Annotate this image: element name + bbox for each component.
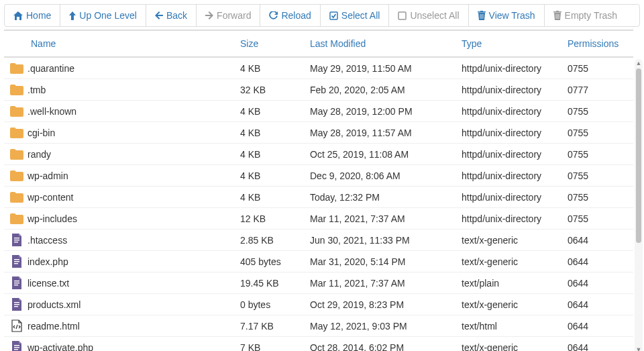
toolbar: Home Up One Level Back Forward Reload Se… [4, 4, 640, 27]
column-header-permissions[interactable]: Permissions [568, 38, 632, 49]
column-header-modified[interactable]: Last Modified [310, 38, 462, 49]
cell-size: 405 bytes [240, 256, 310, 267]
cell-name: wp-activate.php [7, 342, 240, 352]
scroll-down-arrow-icon[interactable]: ▼ [635, 346, 643, 351]
column-header-size[interactable]: Size [240, 38, 310, 49]
cell-size: 32 KB [240, 85, 310, 95]
cell-modified: Oct 29, 2019, 8:23 PM [310, 299, 462, 310]
cell-type: httpd/unix-directory [462, 149, 568, 160]
cell-name: readme.html [7, 320, 240, 332]
cell-name: .tmb [7, 84, 240, 96]
cell-modified: May 29, 2019, 11:50 AM [310, 63, 462, 74]
back-arrow-icon [155, 11, 163, 19]
table-row[interactable]: products.xml0 bytesOct 29, 2019, 8:23 PM… [4, 294, 633, 315]
cell-name: index.php [7, 256, 240, 268]
table-row[interactable]: .tmb32 KBFeb 20, 2020, 2:05 AMhttpd/unix… [4, 79, 633, 101]
cell-modified: Mar 11, 2021, 7:37 AM [310, 278, 462, 289]
file-text-icon [9, 342, 23, 352]
svg-rect-11 [14, 302, 19, 303]
svg-rect-8 [14, 281, 19, 281]
table-row[interactable]: randy4 KBOct 25, 2019, 11:08 AMhttpd/uni… [4, 144, 633, 165]
empty-trash-icon [553, 11, 561, 20]
table-header: Name Size Last Modified Type Permissions [4, 30, 633, 58]
empty-trash-label: Empty Trash [565, 10, 618, 21]
home-button[interactable]: Home [5, 5, 60, 26]
empty-trash-button[interactable]: Empty Trash [545, 5, 627, 26]
cell-name: cgi-bin [7, 127, 240, 139]
file-name-label: index.php [28, 256, 68, 267]
svg-rect-9 [14, 283, 19, 283]
cell-size: 2.85 KB [240, 235, 310, 246]
file-name-label: randy [28, 149, 51, 160]
folder-icon [9, 62, 23, 74]
cell-modified: May 28, 2019, 11:57 AM [310, 128, 462, 138]
table-row[interactable]: wp-admin4 KBDec 9, 2020, 8:06 AMhttpd/un… [4, 165, 633, 187]
folder-icon [9, 170, 23, 182]
unselect-all-button[interactable]: Unselect All [389, 5, 468, 26]
cell-type: httpd/unix-directory [462, 170, 568, 181]
cell-type: text/x-generic [462, 342, 568, 352]
up-arrow-icon [69, 11, 76, 20]
svg-rect-3 [14, 240, 19, 240]
svg-rect-10 [14, 285, 18, 285]
table-row[interactable]: .well-known4 KBMay 28, 2019, 12:00 PMhtt… [4, 101, 633, 122]
file-name-label: cgi-bin [28, 128, 55, 138]
cell-size: 19.45 KB [240, 278, 310, 289]
svg-rect-16 [14, 349, 18, 350]
view-trash-label: View Trash [489, 10, 535, 21]
svg-rect-14 [14, 345, 19, 346]
cell-name: randy [7, 148, 240, 160]
cell-name: products.xml [7, 299, 240, 311]
view-trash-button[interactable]: View Trash [469, 5, 545, 26]
column-header-name[interactable]: Name [7, 38, 240, 49]
cell-type: httpd/unix-directory [462, 63, 568, 74]
back-label: Back [166, 10, 187, 21]
column-header-type[interactable]: Type [462, 38, 568, 49]
table-row[interactable]: readme.html7.17 KBMay 12, 2021, 9:03 PMt… [4, 315, 633, 337]
scroll-thumb[interactable] [636, 68, 641, 243]
content-area: Name Size Last Modified Type Permissions… [0, 30, 644, 351]
table-row[interactable]: .htaccess2.85 KBJun 30, 2021, 11:33 PMte… [4, 230, 633, 251]
table-row[interactable]: wp-activate.php7 KBOct 28, 2014, 6:02 PM… [4, 337, 633, 351]
cell-size: 4 KB [240, 106, 310, 117]
cell-type: text/x-generic [462, 235, 568, 246]
reload-button[interactable]: Reload [260, 5, 320, 26]
file-text-icon [9, 277, 23, 289]
table-row[interactable]: .quarantine4 KBMay 29, 2019, 11:50 AMhtt… [4, 58, 633, 79]
svg-rect-5 [14, 259, 19, 260]
vertical-scrollbar[interactable]: ▲ ▼ [635, 59, 643, 351]
scroll-up-arrow-icon[interactable]: ▲ [635, 59, 643, 67]
cell-size: 4 KB [240, 170, 310, 181]
cell-permissions: 0644 [568, 321, 632, 332]
table-row[interactable]: index.php405 bytesMar 31, 2020, 5:14 PMt… [4, 251, 633, 272]
cell-permissions: 0644 [568, 256, 632, 267]
cell-permissions: 0644 [568, 278, 632, 289]
scroll-track[interactable]: ▲ ▼ [635, 59, 643, 351]
cell-modified: Mar 11, 2021, 7:37 AM [310, 213, 462, 224]
select-all-button[interactable]: Select All [321, 5, 390, 26]
file-name-label: wp-admin [28, 170, 68, 181]
table-row[interactable]: license.txt19.45 KBMar 11, 2021, 7:37 AM… [4, 272, 633, 294]
cell-type: text/plain [462, 278, 568, 289]
table-row[interactable]: wp-content4 KBToday, 12:32 PMhttpd/unix-… [4, 187, 633, 208]
table-body: .quarantine4 KBMay 29, 2019, 11:50 AMhtt… [4, 58, 633, 351]
forward-button[interactable]: Forward [197, 5, 260, 26]
home-icon [13, 11, 23, 20]
cell-modified: Oct 28, 2014, 6:02 PM [310, 342, 462, 352]
table-row[interactable]: cgi-bin4 KBMay 28, 2019, 11:57 AMhttpd/u… [4, 122, 633, 144]
up-one-level-button[interactable]: Up One Level [60, 5, 146, 26]
cell-type: httpd/unix-directory [462, 85, 568, 95]
cell-size: 4 KB [240, 63, 310, 74]
back-button[interactable]: Back [146, 5, 197, 26]
cell-size: 7.17 KB [240, 321, 310, 332]
svg-rect-12 [14, 304, 19, 305]
file-name-label: .well-known [28, 106, 76, 117]
file-text-icon [9, 234, 23, 246]
file-name-label: wp-content [28, 192, 73, 203]
cell-type: text/x-generic [462, 256, 568, 267]
svg-rect-1 [398, 12, 406, 19]
table-row[interactable]: wp-includes12 KBMar 11, 2021, 7:37 AMhtt… [4, 208, 633, 230]
file-text-icon [9, 299, 23, 311]
file-name-label: readme.html [28, 321, 80, 332]
cell-permissions: 0644 [568, 235, 632, 246]
